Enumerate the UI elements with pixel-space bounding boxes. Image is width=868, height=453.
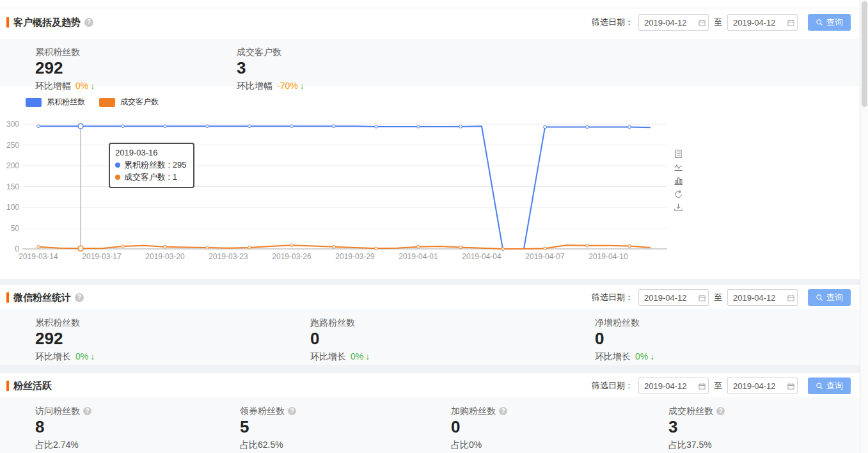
chart-legend: 累积粉丝数成交客户数	[26, 97, 159, 107]
data-point-marker[interactable]	[375, 125, 378, 129]
x-tick-label: 2019-04-07	[525, 252, 565, 261]
trend-chart[interactable]: 0501001502002503002019-03-142019-03-1720…	[0, 111, 710, 267]
section-customer-overview: 客户概括及趋势 ? 筛选日期： 2019-04-12 至 2019-04-12 …	[0, 8, 860, 279]
y-tick-label: 250	[6, 141, 19, 150]
filter-label: 筛选日期：	[592, 17, 633, 28]
start-date-input[interactable]: 2019-04-12	[638, 378, 709, 394]
data-point-marker[interactable]	[122, 245, 125, 248]
data-point-marker[interactable]	[290, 125, 294, 128]
data-point-marker[interactable]	[206, 246, 209, 250]
x-tick-label: 2019-04-01	[398, 252, 438, 261]
stats-band: 访问粉丝数? 8 占比2.74% 领券粉丝数? 5 占比62.5% 加购粉丝数?…	[0, 397, 860, 453]
stat-deal-fans: 成交粉丝数? 3 占比37.5%	[668, 406, 860, 453]
stat-visiting-fans: 访问粉丝数? 8 占比2.74%	[35, 406, 240, 453]
legend-item[interactable]: 成交客户数	[99, 97, 159, 107]
stat-total-fans: 累积粉丝数 292 环比增幅0%↓	[35, 47, 237, 91]
data-point-marker[interactable]	[206, 125, 209, 128]
filter-label: 筛选日期：	[592, 292, 633, 303]
bar-chart-icon[interactable]	[674, 176, 683, 186]
date-filter: 筛选日期： 2019-04-12 至 2019-04-12 查询	[592, 378, 851, 394]
search-icon	[816, 382, 823, 390]
data-point-marker[interactable]	[459, 246, 462, 249]
down-arrow-icon: ↓	[365, 351, 370, 362]
help-icon[interactable]: ?	[499, 407, 507, 415]
data-point-marker[interactable]	[122, 125, 125, 128]
data-point-marker[interactable]	[628, 125, 631, 129]
data-view-icon[interactable]	[674, 149, 683, 159]
query-button[interactable]: 查询	[808, 378, 851, 394]
data-point-marker[interactable]	[375, 247, 378, 250]
help-icon[interactable]: ?	[288, 407, 296, 415]
vertical-scrollbar[interactable]	[860, 0, 868, 453]
start-date-input[interactable]: 2019-04-12	[638, 289, 709, 306]
percent-value: -70%	[277, 81, 298, 91]
end-date-input[interactable]: 2019-04-12	[727, 14, 798, 31]
stat-total-fans: 累积粉丝数 292 环比增长0%↓	[35, 317, 310, 365]
help-icon[interactable]: ?	[84, 18, 93, 27]
data-point-marker[interactable]	[586, 244, 589, 248]
data-point-marker[interactable]	[164, 125, 167, 128]
query-button[interactable]: 查询	[808, 289, 851, 306]
end-date-input[interactable]: 2019-04-12	[727, 289, 798, 306]
section-title: 客户概括及趋势 ?	[6, 17, 93, 29]
section-wechat-fans: 微信粉丝统计 ? 筛选日期： 2019-04-12 至 2019-04-12 查…	[0, 285, 860, 365]
data-point-marker[interactable]	[333, 125, 336, 128]
down-arrow-icon: ↓	[90, 351, 95, 362]
query-button[interactable]: 查询	[808, 14, 851, 31]
data-point-marker[interactable]	[417, 125, 420, 129]
data-point-marker[interactable]	[333, 245, 336, 248]
data-point-marker[interactable]	[459, 125, 462, 129]
data-point-marker[interactable]	[544, 247, 547, 250]
tooltip-series-dot	[115, 175, 120, 180]
percent-value: 0%	[351, 351, 363, 362]
date-filter: 筛选日期： 2019-04-12 至 2019-04-12 查询	[592, 289, 851, 306]
data-point-marker[interactable]	[248, 246, 251, 250]
highlighted-data-point[interactable]	[78, 246, 83, 251]
line-chart-canvas[interactable]: 0501001502002503002019-03-142019-03-1720…	[0, 111, 710, 267]
data-point-marker[interactable]	[290, 244, 294, 247]
data-point-marker[interactable]	[37, 125, 40, 128]
scrollbar-thumb[interactable]	[862, 1, 867, 107]
help-icon[interactable]: ?	[83, 407, 91, 415]
tooltip-date: 2019-03-16	[115, 147, 187, 159]
restore-icon[interactable]	[674, 189, 683, 199]
data-point-marker[interactable]	[248, 125, 251, 128]
data-point-marker[interactable]	[628, 244, 631, 248]
filter-between-label: 至	[714, 380, 722, 392]
data-point-marker[interactable]	[544, 125, 547, 129]
section-title-text: 微信粉丝统计	[13, 292, 71, 304]
start-date-input[interactable]: 2019-04-12	[638, 14, 709, 31]
data-point-marker[interactable]	[586, 125, 589, 129]
y-tick-label: 150	[6, 182, 19, 191]
help-icon[interactable]: ?	[716, 407, 725, 415]
y-tick-label: 200	[6, 161, 19, 170]
data-point-marker[interactable]	[501, 248, 505, 251]
stats-band: 累积粉丝数 292 环比增长0%↓ 跑路粉丝数 0 环比增长0%↓ 净增粉丝数 …	[0, 309, 860, 365]
calendar-icon	[698, 383, 706, 390]
calendar-icon	[698, 19, 706, 26]
legend-label: 累积粉丝数	[47, 97, 85, 107]
help-icon[interactable]: ?	[75, 293, 84, 302]
x-tick-label: 2019-03-20	[145, 252, 185, 261]
x-tick-label: 2019-03-17	[82, 252, 122, 261]
data-point-marker[interactable]	[417, 245, 420, 248]
down-arrow-icon: ↓	[650, 351, 654, 362]
highlighted-data-point[interactable]	[78, 123, 83, 129]
percent-value: 0%	[635, 351, 648, 362]
stat-net-growth-fans: 净增粉丝数 0 环比增长0%↓	[595, 317, 860, 365]
data-point-marker[interactable]	[37, 245, 40, 248]
tooltip-row: 成交客户数 : 1	[115, 171, 187, 183]
calendar-icon	[698, 294, 706, 301]
legend-item[interactable]: 累积粉丝数	[26, 97, 85, 107]
filter-between-label: 至	[714, 17, 722, 28]
filter-label: 筛选日期：	[592, 380, 633, 392]
download-icon[interactable]	[674, 203, 683, 212]
stat-coupon-fans: 领券粉丝数? 5 占比62.5%	[240, 406, 451, 453]
section-title-text: 粉丝活跃	[13, 380, 52, 392]
line-chart-icon[interactable]	[674, 163, 683, 172]
chart-series-line[interactable]	[38, 245, 651, 249]
chart-toolbox	[674, 149, 683, 212]
y-tick-label: 50	[11, 224, 20, 233]
end-date-input[interactable]: 2019-04-12	[727, 378, 798, 394]
data-point-marker[interactable]	[164, 245, 167, 248]
